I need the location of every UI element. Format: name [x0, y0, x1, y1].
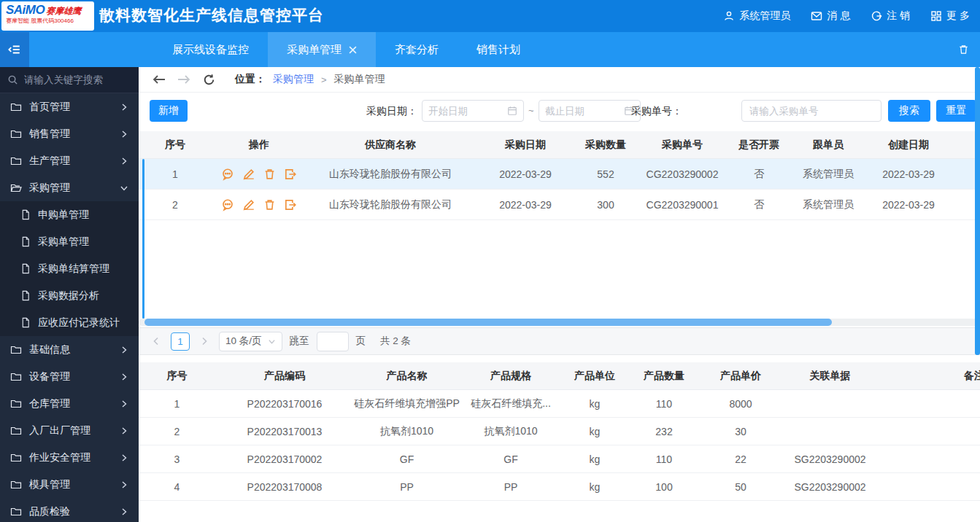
cell-supplier: 山东玲珑轮胎股份有限公司: [306, 168, 474, 181]
tab-kitting-analysis[interactable]: 齐套分析: [376, 32, 458, 67]
sidebar-search-input[interactable]: [24, 74, 126, 85]
comment-icon[interactable]: [221, 168, 234, 181]
sidebar-item-production[interactable]: 生产管理: [0, 147, 139, 174]
sidebar-item-purchase-data-analysis[interactable]: 采购数据分析: [0, 282, 139, 309]
file-icon: [20, 317, 31, 328]
next-page-button[interactable]: [197, 332, 212, 350]
page-size-value: 10 条/页: [225, 335, 262, 348]
table-scrollbar-vertical[interactable]: [142, 159, 144, 319]
jump-page-input[interactable]: [317, 332, 349, 351]
sidebar-item-entry-exit[interactable]: 入厂出厂管理: [0, 417, 139, 444]
sidebar-item-receivable-payable-records[interactable]: 应收应付记录统计: [0, 309, 139, 336]
sidebar: 首页管理 销售管理 生产管理 采购管理 申购单管理: [0, 67, 139, 522]
table-row[interactable]: 2 山东玲珑轮胎股份有限公司 2022-03-29 300 CG22032900…: [139, 190, 980, 220]
table-row[interactable]: 1 山东玲珑轮胎股份有限公司 2022-03-29 552 CG22032900…: [139, 159, 980, 190]
cell-product-unit: kg: [562, 453, 628, 465]
sidebar-item-requisition-management[interactable]: 申购单管理: [0, 201, 139, 228]
cell-index: 2: [139, 426, 215, 437]
breadcrumb-parent-link[interactable]: 采购管理: [273, 73, 314, 86]
more-button[interactable]: 更 多: [930, 9, 970, 23]
table-row[interactable]: 1 P202203170016 硅灰石纤维填充增强PP 硅灰石纤维填充... k…: [139, 390, 980, 418]
delete-icon[interactable]: [263, 168, 276, 181]
tab-sales-plan[interactable]: 销售计划: [458, 32, 539, 67]
cell-product-price: 30: [701, 426, 781, 437]
cell-product-price: 22: [701, 453, 781, 465]
folder-icon: [10, 128, 22, 139]
logout-label: 注 销: [887, 9, 910, 23]
sidebar-item-mold[interactable]: 模具管理: [0, 471, 139, 498]
column-header: 关联单据: [781, 370, 879, 383]
edit-icon[interactable]: [242, 168, 255, 181]
cell-quantity: 552: [576, 168, 635, 180]
tab-label: 展示线设备监控: [172, 43, 249, 57]
folder-icon: [10, 155, 22, 166]
cell-product-qty: 110: [628, 398, 701, 410]
cell-invoiced: 否: [730, 198, 788, 211]
column-header: 采购日期: [474, 139, 576, 152]
start-date-field[interactable]: [422, 100, 524, 122]
end-date-input[interactable]: [545, 106, 620, 117]
horizontal-scrollbar-track[interactable]: [139, 319, 980, 326]
sidebar-item-quality-inspection[interactable]: 品质检验: [0, 498, 139, 522]
refresh-icon: [203, 74, 215, 86]
sidebar-item-work-safety[interactable]: 作业安全管理: [0, 444, 139, 471]
cell-product-code: P202203170013: [215, 426, 354, 437]
sidebar-item-label: 采购单管理: [38, 235, 89, 249]
cell-order-no: CG2203290002: [635, 168, 730, 180]
sidebar-item-basic-info[interactable]: 基础信息: [0, 336, 139, 363]
export-icon[interactable]: [284, 168, 297, 181]
orders-table-header: 序号 操作 供应商名称 采购日期 采购数量 采购单号 是否开票 跟单员 创建日期: [139, 131, 980, 159]
current-user-label: 系统管理员: [739, 9, 790, 23]
sidebar-item-purchasing[interactable]: 采购管理: [0, 174, 139, 201]
end-date-field[interactable]: [539, 100, 641, 122]
grid-icon: [930, 10, 942, 22]
tab-display-line-monitor[interactable]: 展示线设备监控: [153, 32, 268, 67]
cell-product-name: 抗氧剂1010: [354, 425, 460, 438]
table-row[interactable]: 4 P202203170008 PP PP kg 100 50 SG220329…: [139, 473, 980, 501]
horizontal-scrollbar-thumb[interactable]: [144, 319, 832, 326]
search-button[interactable]: 搜索: [888, 100, 930, 122]
sidebar-item-label: 应收应付记录统计: [38, 316, 120, 330]
logo-tagline: 赛摩智能 股票代码300466: [6, 18, 90, 25]
clear-tabs-button[interactable]: [951, 32, 976, 67]
forward-button[interactable]: [175, 71, 193, 88]
sidebar-search[interactable]: [0, 67, 139, 93]
page-size-select[interactable]: 10 条/页: [219, 332, 282, 351]
export-icon[interactable]: [284, 198, 297, 211]
top-header: SAiMO 赛摩雄鹰 赛摩智能 股票代码300466 散料数智化生产线信息管控平…: [0, 0, 980, 32]
logout-button[interactable]: 注 销: [871, 9, 910, 23]
sidebar-item-homepage[interactable]: 首页管理: [0, 93, 139, 120]
messages-button[interactable]: 消 息: [811, 9, 850, 23]
back-button[interactable]: [150, 71, 168, 88]
start-date-input[interactable]: [428, 106, 503, 117]
file-icon: [20, 290, 31, 301]
table-row[interactable]: 3 P202203170002 GF GF kg 110 22 SG220329…: [139, 445, 980, 473]
tab-close-button[interactable]: [349, 44, 357, 56]
file-icon: [20, 236, 31, 247]
tab-purchase-order-management[interactable]: 采购单管理: [268, 32, 376, 67]
prev-page-button[interactable]: [149, 332, 163, 350]
order-no-input[interactable]: [741, 100, 881, 122]
comment-icon[interactable]: [221, 198, 234, 211]
reset-button[interactable]: 重置: [936, 100, 976, 122]
current-page-button[interactable]: 1: [171, 332, 190, 351]
tab-label: 齐套分析: [395, 43, 439, 57]
tab-bar: 展示线设备监控 采购单管理 齐套分析 销售计划: [0, 32, 980, 67]
vertical-scrollbar-thumb[interactable]: [975, 67, 980, 355]
sidebar-item-purchase-settlement-management[interactable]: 采购单结算管理: [0, 255, 139, 282]
sidebar-item-purchase-order-management[interactable]: 采购单管理: [0, 228, 139, 255]
refresh-button[interactable]: [200, 71, 217, 88]
sidebar-item-equipment[interactable]: 设备管理: [0, 363, 139, 390]
collapse-sidebar-button[interactable]: [0, 32, 29, 67]
chevron-left-icon: [153, 337, 160, 346]
cell-product-unit: kg: [562, 398, 628, 410]
sidebar-item-sales[interactable]: 销售管理: [0, 120, 139, 147]
page-title: 散料数智化生产线信息管控平台: [99, 5, 324, 26]
table-row[interactable]: 2 P202203170013 抗氧剂1010 抗氧剂1010 kg 232 3…: [139, 418, 980, 445]
add-button[interactable]: 新增: [150, 100, 188, 122]
sidebar-item-warehouse[interactable]: 仓库管理: [0, 390, 139, 417]
delete-icon[interactable]: [263, 198, 276, 211]
current-user[interactable]: 系统管理员: [723, 9, 790, 23]
folder-icon: [10, 479, 22, 490]
edit-icon[interactable]: [242, 198, 255, 211]
